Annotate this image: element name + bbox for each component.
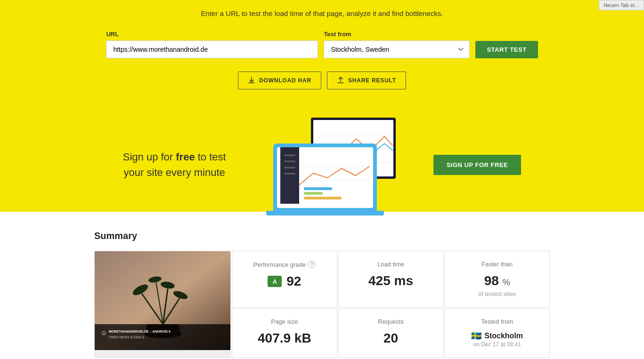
tested-from-date: on Dec 17 at 08:41 [454,341,540,348]
start-test-button[interactable]: START TEST [475,41,538,58]
white-section: Summary [0,212,644,359]
grade-badge: A [268,276,282,287]
requests-label: Requests [348,318,434,325]
faster-than-value: 98 % [454,273,540,288]
share-result-button[interactable]: SHARE RESULT [327,72,406,89]
summary-grid: ☺ MORETHANANDROID.DE – ANDROID 8 OREO NE… [94,251,550,358]
download-icon [248,77,255,84]
summary-title: Summary [94,231,550,241]
test-from-label: Test from [324,31,351,38]
illustration [264,118,396,212]
url-form-group: URL [106,31,318,58]
page-size-value: 407.9 kB [242,331,327,346]
download-har-button[interactable]: DOWNLOAD HAR [238,72,321,89]
performance-grade-label: Performance grade ? [242,261,327,268]
fake-screenshot: ☺ MORETHANANDROID.DE – ANDROID 8 OREO NE… [95,251,230,350]
svg-text:☺: ☺ [100,329,107,336]
svg-rect-9 [284,160,295,162]
signup-button[interactable]: SIGN UP FOR FREE [433,155,522,175]
tested-from-city: Stockholm [484,332,523,340]
share-icon [337,77,344,84]
faster-than-label: Faster than [454,261,540,268]
laptop-chart [280,147,370,204]
tested-from-label: Tested from [454,318,540,325]
help-icon[interactable]: ? [308,261,316,268]
hero-subtitle: Enter a URL to test the load time of tha… [0,9,644,17]
requests-card: Requests 20 [338,308,444,358]
svg-rect-10 [284,167,295,168]
tested-from-location-row: 🇸🇪 Stockholm [454,331,540,341]
summary-screenshot: ☺ MORETHANANDROID.DE – ANDROID 8 OREO NE… [94,251,231,358]
browser-tab: Neuen Tab er... [599,0,644,10]
test-from-group: Test from Stockholm, Sweden New York, US… [324,31,470,58]
laptop-body [273,144,377,212]
svg-rect-16 [304,197,342,199]
laptop-screen [277,147,373,208]
performance-grade-value: A 92 [242,274,327,289]
svg-rect-14 [304,187,332,190]
load-time-card: Load time 425 ms [338,251,444,307]
promo-bold: free [176,151,195,163]
promo-text: Sign up for free to test your site every… [123,149,226,180]
tested-from-card: Tested from 🇸🇪 Stockholm on Dec 17 at 08… [444,308,550,358]
svg-rect-8 [284,154,295,156]
page-size-label: Page size [242,318,327,325]
requests-value: 20 [348,331,434,346]
faster-than-unit: % [503,278,510,287]
url-form: URL Test from Stockholm, Sweden New York… [0,31,644,58]
load-time-value: 425 ms [348,273,434,288]
url-label: URL [106,31,119,38]
load-time-label: Load time [348,261,434,268]
action-buttons: DOWNLOAD HAR SHARE RESULT [0,72,644,89]
faster-than-sub: of tested sites [454,290,540,297]
promo-banner: Sign up for free to test your site every… [0,108,644,212]
test-from-select[interactable]: Stockholm, Sweden New York, USA London, … [324,40,470,58]
grade-number: 92 [286,274,301,289]
tested-from-flag: 🇸🇪 [471,331,481,341]
laptop-base [266,211,384,215]
hero-section: Enter a URL to test the load time of tha… [0,0,644,212]
svg-text:MORETHANANDROID.DE – ANDROID 8: MORETHANANDROID.DE – ANDROID 8 [109,330,171,333]
faster-than-card: Faster than 98 % of tested sites [444,251,550,307]
url-input[interactable] [106,40,318,58]
svg-text:OREO NEWS & DEALS: OREO NEWS & DEALS [109,335,144,339]
page-size-card: Page size 407.9 kB [232,308,337,358]
performance-grade-card: Performance grade ? A 92 [232,251,337,307]
svg-rect-15 [304,192,323,195]
screenshot-svg: ☺ MORETHANANDROID.DE – ANDROID 8 OREO NE… [95,251,230,350]
svg-rect-11 [284,173,295,175]
